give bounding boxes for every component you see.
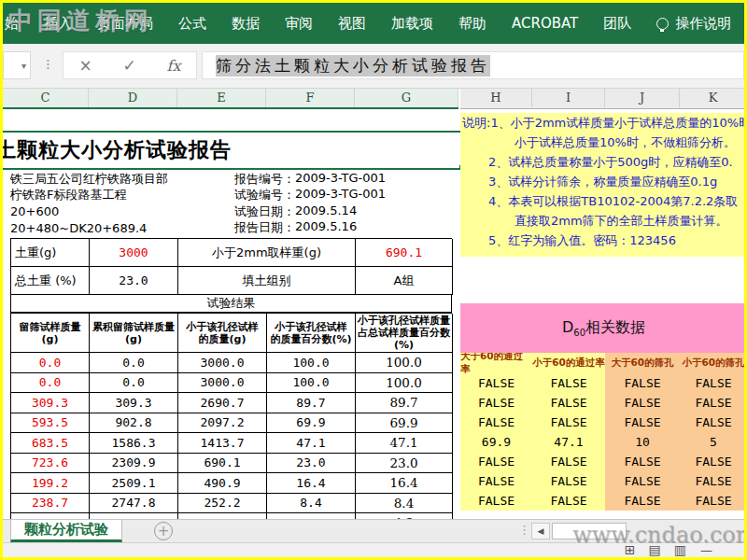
info-left-text[interactable]: 20+480~DK20+689.4: [10, 221, 234, 235]
insert-function-icon[interactable]: fx: [167, 57, 181, 75]
ribbon-tab[interactable]: 公式: [178, 15, 206, 33]
ribbon-tab[interactable]: 团队: [603, 15, 631, 33]
page-break-icon[interactable]: ▥: [674, 543, 686, 557]
d60-header-cell[interactable]: 小于60的筛孔: [680, 353, 747, 373]
zoom-out-icon[interactable]: —: [700, 543, 712, 557]
d60-title-band[interactable]: D60相关数据: [460, 303, 747, 353]
results-cell[interactable]: 89.7: [356, 393, 453, 413]
results-cell[interactable]: 100.0: [356, 353, 453, 373]
d60-cell[interactable]: FALSE: [532, 452, 605, 471]
results-cell[interactable]: 89.7: [267, 393, 356, 413]
info-right-pair[interactable]: 报告日期：2009.5.16: [234, 219, 357, 236]
column-header[interactable]: K: [680, 89, 747, 107]
results-cell[interactable]: 0.0: [11, 353, 90, 373]
results-header-cell[interactable]: 小于该孔径试样质量 占总试样质量百分数 (%): [356, 314, 453, 353]
results-cell[interactable]: 100.0: [356, 373, 453, 394]
results-cell[interactable]: 3000.0: [178, 373, 267, 394]
d60-cell[interactable]: FALSE: [605, 491, 680, 511]
results-cell[interactable]: 8.4: [356, 494, 453, 514]
add-sheet-button[interactable]: +: [154, 522, 173, 540]
d60-cell[interactable]: FALSE: [460, 413, 532, 432]
d60-cell[interactable]: FALSE: [460, 471, 532, 491]
summary-cell[interactable]: 土重(g): [11, 239, 90, 267]
d60-cell[interactable]: 10: [605, 432, 680, 452]
section-title-cell[interactable]: 试验结果: [10, 294, 452, 313]
ribbon-tab[interactable]: 审阅: [285, 15, 313, 33]
column-header[interactable]: H: [460, 89, 532, 107]
info-left-text[interactable]: 铁三局五公司红柠铁路项目部: [10, 171, 234, 188]
info-right-pair[interactable]: 试验日期：2009.5.14: [234, 203, 357, 220]
results-cell[interactable]: 1413.7: [178, 433, 267, 454]
d60-header-cell[interactable]: 小于60的通过率: [532, 353, 605, 373]
results-cell[interactable]: 8.4: [267, 494, 356, 514]
tell-me-label[interactable]: 操作说明: [675, 15, 731, 33]
d60-cell[interactable]: FALSE: [680, 393, 747, 413]
d60-cell[interactable]: 5: [680, 432, 747, 452]
summary-cell[interactable]: 3000: [90, 239, 178, 267]
worksheet[interactable]: 土颗粒大小分析试验报告 铁三局五公司红柠铁路项目部报告编号：2009-3-TG-…: [3, 109, 744, 519]
ribbon-tab[interactable]: 插入: [44, 15, 72, 33]
results-cell[interactable]: 199.2: [11, 473, 90, 494]
hscroll-thumb[interactable]: [552, 523, 627, 539]
results-header-cell[interactable]: 小于该孔径试样 的质量百分数(%): [267, 314, 356, 353]
info-left-text[interactable]: 20+600: [10, 204, 234, 218]
ribbon-tab[interactable]: 帮助: [458, 15, 486, 33]
splitter-dots-icon[interactable]: ⋮: [518, 523, 530, 537]
sheet-tab-active[interactable]: 颗粒分析试验: [10, 520, 122, 542]
results-cell[interactable]: 723.6: [11, 454, 90, 474]
results-cell[interactable]: 2309.9: [90, 454, 178, 474]
ribbon-tab[interactable]: 数据: [232, 15, 260, 33]
results-cell[interactable]: 0.0: [11, 373, 90, 394]
d60-header-cell[interactable]: 大于60的筛孔: [605, 353, 680, 373]
d60-cell[interactable]: FALSE: [460, 373, 532, 393]
d60-cell[interactable]: FALSE: [605, 393, 680, 413]
hscroll-left-arrow[interactable]: ◀: [531, 523, 550, 539]
summary-cell[interactable]: 23.0: [90, 267, 178, 295]
summary-cell[interactable]: 690.1: [356, 239, 453, 267]
results-cell[interactable]: 0.0: [90, 373, 178, 394]
results-cell[interactable]: 16.4: [267, 473, 356, 494]
results-cell[interactable]: 309.3: [11, 393, 90, 413]
normal-view-icon[interactable]: ⊞: [625, 543, 636, 557]
results-cell[interactable]: 2747.8: [90, 494, 178, 514]
column-header[interactable]: G: [355, 89, 458, 107]
info-right-pair[interactable]: 试验编号：2009-3-TG-001: [234, 187, 386, 203]
results-cell[interactable]: 902.8: [90, 413, 178, 434]
results-cell[interactable]: 252.2: [178, 494, 267, 514]
results-cell[interactable]: 2097.2: [178, 413, 267, 434]
d60-cell[interactable]: FALSE: [605, 452, 680, 471]
formula-input[interactable]: 筛分法土颗粒大小分析试验报告: [202, 51, 744, 79]
d60-cell[interactable]: FALSE: [605, 413, 680, 432]
drag-handle-icon[interactable]: ⁝: [46, 56, 50, 75]
column-header[interactable]: E: [177, 89, 266, 107]
results-cell[interactable]: 100.0: [267, 373, 356, 394]
results-cell[interactable]: 69.9: [356, 413, 453, 434]
results-cell[interactable]: 1586.3: [90, 433, 178, 454]
results-cell[interactable]: 683.5: [11, 433, 90, 454]
ribbon-tab[interactable]: 加载项: [391, 15, 433, 33]
selected-title-cell[interactable]: 土颗粒大小分析试验报告: [0, 131, 464, 170]
page-layout-icon[interactable]: ▤: [649, 543, 661, 557]
summary-cell[interactable]: A组: [356, 267, 453, 295]
ribbon-tab[interactable]: 始: [5, 15, 19, 33]
results-header-cell[interactable]: 留筛试样质量 (g): [11, 314, 90, 353]
results-cell[interactable]: 16.4: [356, 473, 453, 494]
d60-cell[interactable]: 69.9: [460, 432, 532, 452]
column-header[interactable]: C: [3, 89, 89, 107]
d60-cell[interactable]: FALSE: [605, 471, 680, 491]
results-cell[interactable]: 0.0: [90, 353, 178, 373]
d60-cell[interactable]: FALSE: [680, 471, 747, 491]
summary-cell[interactable]: 总土重 (%): [11, 267, 90, 295]
d60-cell[interactable]: 47.1: [532, 432, 605, 452]
ribbon-tab[interactable]: 视图: [338, 15, 366, 33]
results-cell[interactable]: 690.1: [178, 454, 267, 474]
results-cell[interactable]: 3000.0: [178, 353, 267, 373]
results-cell[interactable]: 309.3: [90, 393, 178, 413]
results-cell[interactable]: 593.5: [11, 413, 90, 434]
results-cell[interactable]: 69.9: [267, 413, 356, 434]
results-cell[interactable]: 23.0: [267, 454, 356, 474]
results-cell[interactable]: 490.9: [178, 473, 267, 494]
results-header-cell[interactable]: 累积留筛试样质量 (g): [90, 314, 178, 353]
d60-cell[interactable]: FALSE: [532, 471, 605, 491]
info-right-pair[interactable]: 报告编号：2009-3-TG-001: [234, 171, 386, 188]
